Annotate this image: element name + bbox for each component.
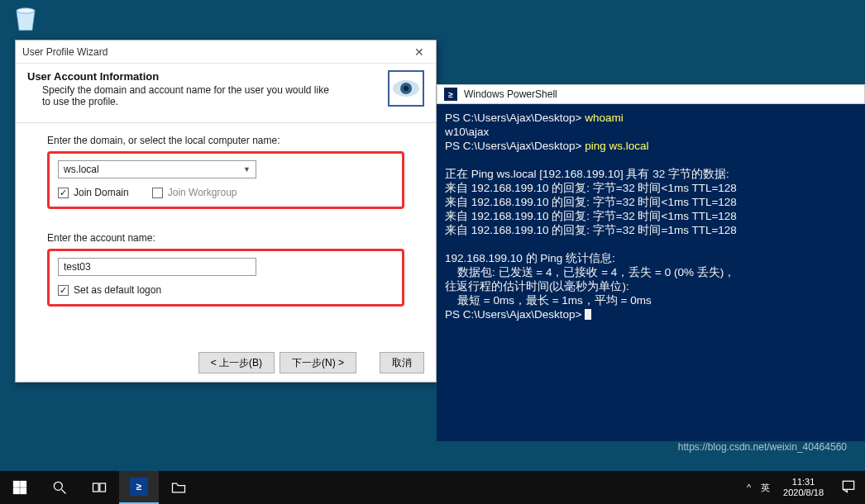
start-button[interactable] [0,471,40,504]
svg-point-3 [404,86,409,91]
chevron-up-icon: ^ [747,483,751,492]
default-logon-label: Set as default logon [74,284,161,296]
svg-rect-12 [843,481,853,489]
system-tray: ^ 英 11:31 2020/8/18 [742,471,865,504]
ps-line: PS C:\Users\Ajax\Desktop> [445,308,585,321]
user-profile-wizard-window: User Profile Wizard ✕ User Account Infor… [15,40,437,383]
default-logon-checkbox[interactable]: Set as default logon [58,284,161,296]
wizard-title: User Profile Wizard [22,46,108,58]
search-button[interactable] [40,471,79,504]
wizard-body: Enter the domain, or select the local co… [16,123,436,307]
taskbar-file-explorer[interactable] [159,471,198,504]
wizard-titlebar[interactable]: User Profile Wizard ✕ [16,40,436,64]
account-value: test03 [64,261,91,273]
desktop-recycle-bin[interactable] [10,4,41,36]
task-view-button[interactable] [79,471,119,504]
domain-label: Enter the domain, or select the local co… [47,135,404,146]
join-domain-checkbox[interactable]: Join Domain [58,187,129,198]
eye-icon [389,72,423,105]
ps-line: 往返行程的估计时间(以毫秒为单位): [445,280,629,292]
clock-time: 11:31 [783,477,824,487]
notification-icon [840,478,857,495]
ps-cmd: whoami [585,112,624,124]
action-center-button[interactable] [832,478,865,497]
wizard-header: User Account Information Specify the dom… [16,64,436,123]
join-workgroup-label: Join Workgroup [168,187,237,198]
tray-overflow[interactable]: ^ [742,471,756,504]
svg-rect-7 [21,488,26,494]
ps-line: 来自 192.168.199.10 的回复: 字节=32 时间<1ms TTL=… [445,210,737,222]
ps-line: w10\ajax [445,126,489,138]
checkbox-icon [152,188,163,198]
join-workgroup-checkbox[interactable]: Join Workgroup [152,187,237,198]
taskbar-clock[interactable]: 11:31 2020/8/18 [775,477,832,498]
svg-line-9 [62,490,66,494]
windows-logo-icon [12,479,28,496]
ime-indicator[interactable]: 英 [756,471,775,504]
next-button[interactable]: 下一步(N) > [280,352,356,373]
watermark-text: https://blog.csdn.net/weixin_40464560 [678,441,847,453]
domain-value: ws.local [64,164,99,175]
ime-text: 英 [761,482,770,494]
recycle-bin-icon [10,4,41,36]
domain-combobox[interactable]: ws.local ▼ [58,160,256,178]
ps-line: 来自 192.168.199.10 的回复: 字节=32 时间<1ms TTL=… [445,182,737,194]
cancel-button[interactable]: 取消 [380,352,424,373]
svg-rect-10 [93,483,99,492]
powershell-window: ≥ Windows PowerShell PS C:\Users\Ajax\De… [437,84,865,441]
svg-rect-6 [14,488,20,494]
cursor-icon [585,309,591,320]
ps-line: 最短 = 0ms，最长 = 1ms，平均 = 0ms [445,294,652,307]
clock-date: 2020/8/18 [783,487,824,498]
wizard-button-row: < 上一步(B) 下一步(N) > 取消 [198,352,424,373]
search-icon [51,479,68,496]
account-name-input[interactable]: test03 [58,258,256,276]
wizard-heading: User Account Information [27,70,340,83]
wizard-subheading: Specify the domain and account name for … [42,84,340,107]
wizard-header-text: User Account Information Specify the dom… [27,70,340,107]
svg-rect-5 [21,482,26,487]
ps-line: 来自 192.168.199.10 的回复: 字节=32 时间<1ms TTL=… [445,196,737,208]
task-view-icon [91,479,108,496]
chevron-down-icon[interactable]: ▼ [243,165,251,174]
close-icon[interactable]: ✕ [409,45,429,59]
powershell-titlebar[interactable]: ≥ Windows PowerShell [437,84,865,104]
checkbox-icon [58,285,69,296]
svg-rect-11 [100,483,106,492]
powershell-icon: ≥ [444,88,457,101]
svg-rect-4 [14,482,20,487]
ps-line: PS C:\Users\Ajax\Desktop> [445,112,585,124]
back-button[interactable]: < 上一步(B) [198,352,275,373]
powershell-icon: ≥ [130,478,148,496]
account-label: Enter the account name: [47,232,404,244]
folder-icon [170,479,187,496]
account-highlight-box: test03 Set as default logon [47,249,404,307]
checkbox-icon [58,188,69,198]
ps-line: 来自 192.168.199.10 的回复: 字节=32 时间=1ms TTL=… [445,224,737,236]
ps-line: 数据包: 已发送 = 4，已接收 = 4，丢失 = 0 (0% 丢失)， [445,266,735,278]
join-domain-label: Join Domain [74,187,129,198]
wizard-banner-icon [388,70,424,107]
svg-point-8 [54,482,62,490]
ps-cmd: ping ws.local [585,140,648,152]
taskbar: ≥ ^ 英 11:31 2020/8/18 [0,471,865,504]
taskbar-powershell[interactable]: ≥ [119,471,159,504]
ps-line: PS C:\Users\Ajax\Desktop> [445,140,585,152]
svg-point-0 [17,8,35,13]
powershell-title: Windows PowerShell [464,88,557,100]
domain-highlight-box: ws.local ▼ Join Domain Join Workgroup [47,151,404,209]
ps-line: 正在 Ping ws.local [192.168.199.10] 具有 32 … [445,168,729,180]
powershell-output[interactable]: PS C:\Users\Ajax\Desktop> whoami w10\aja… [437,104,865,441]
ps-line: 192.168.199.10 的 Ping 统计信息: [445,252,615,264]
